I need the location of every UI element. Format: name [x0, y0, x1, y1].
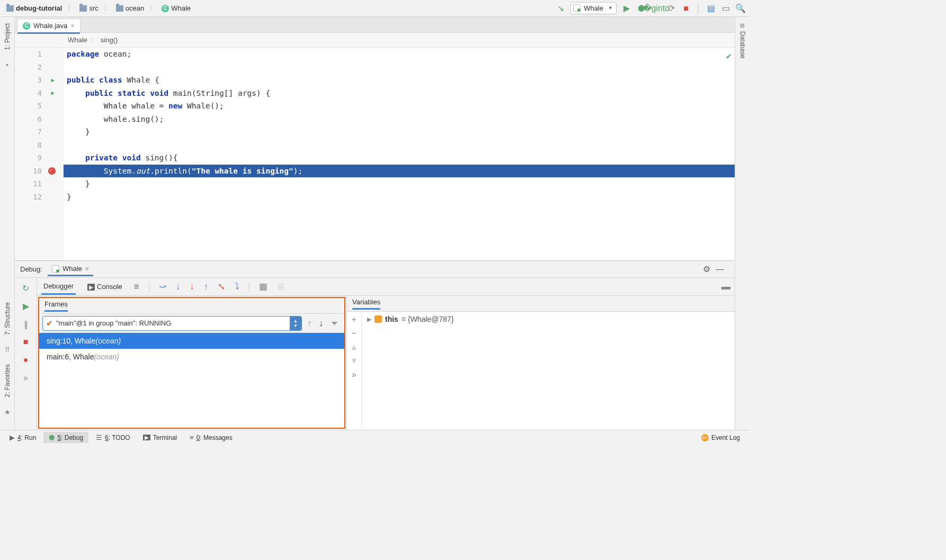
statusbar-todo[interactable]: ☰6: TODO [91, 432, 136, 443]
stepper-icon[interactable]: ▲▼ [290, 317, 301, 330]
debug-session-tab[interactable]: Whale × [48, 263, 93, 276]
resume-icon[interactable]: ▶ [20, 300, 32, 312]
debug-action-strip: ↻ ▶ ‖ ■ ● » [15, 278, 37, 430]
frames-list[interactable]: sing:10, Whale (ocean) main:6, Whale (oc… [39, 333, 344, 428]
line-number: 11 [33, 179, 42, 188]
run-config-icon [52, 265, 59, 273]
execution-line: System.out.println("The whale is singing… [64, 165, 735, 178]
search-icon[interactable]: 🔍 [736, 4, 745, 13]
sidebar-project[interactable]: 1: Project [4, 21, 11, 52]
frame-row[interactable]: sing:10, Whale (ocean) [39, 333, 344, 349]
project-icon: ▪ [6, 61, 8, 69]
crumb-method[interactable]: sing() [101, 36, 118, 44]
run-icon: ▶ [10, 433, 15, 441]
run-to-cursor-icon[interactable]: ⤵ [235, 282, 239, 292]
folder-icon [116, 5, 123, 12]
statusbar-eventlog[interactable]: 9+ Event Log [696, 432, 745, 443]
editor-gutter[interactable]: 1 2 3▶ 4▶ 5 6 7 8 9 10 11 12 [15, 48, 64, 260]
code-text: .println( [150, 167, 192, 175]
profile-icon[interactable]: ⟳ [666, 4, 676, 13]
remove-watch-icon[interactable]: − [352, 329, 356, 338]
variable-name: this [385, 315, 398, 323]
run-icon[interactable]: ▶ [622, 4, 631, 13]
down-icon[interactable]: ▼ [350, 356, 359, 366]
project-structure-icon[interactable]: ▤ [706, 4, 716, 13]
trace-icon[interactable]: ≣ [277, 281, 284, 292]
code-text: package [67, 50, 104, 58]
up-icon[interactable]: ▲ [350, 342, 359, 352]
rerun-icon[interactable]: ↻ [20, 282, 32, 294]
breadcrumb-src[interactable]: src [77, 3, 100, 13]
next-frame-icon[interactable]: ↓ [317, 319, 325, 328]
tab-debugger[interactable]: Debugger [41, 279, 76, 295]
tab-console-label: Console [97, 283, 122, 291]
view-breakpoints-icon[interactable]: ● [20, 354, 32, 366]
debug-tool-window: Debug: Whale × ⚙ — ↻ ▶ ‖ ■ ● » [15, 260, 735, 430]
threads-icon[interactable]: ≡ [134, 282, 139, 292]
line-number: 5 [38, 102, 42, 110]
breadcrumb-package[interactable]: ocean [114, 3, 146, 13]
code-text: private void [67, 153, 145, 162]
code-area[interactable]: ✔ package ocean; public class Whale { pu… [64, 48, 735, 260]
chevron-right-icon: 〉 [104, 4, 111, 13]
statusbar-debug[interactable]: ⬢5: Debug [43, 432, 88, 443]
variable-row[interactable]: ▶ this = {Whale@787} [362, 312, 735, 327]
chevron-right-icon: 〉 [149, 4, 156, 13]
file-tabs: Whale.java × [15, 17, 735, 33]
separator [698, 4, 699, 13]
build-icon[interactable]: ↘ [556, 4, 565, 13]
drop-frame-icon[interactable]: ⤡ [218, 281, 225, 292]
terminal-icon: ▶ [143, 435, 150, 440]
run-config-select[interactable]: Whale [570, 2, 617, 14]
debug-icon: ⬢ [49, 433, 55, 441]
filter-icon[interactable]: ⏷ [328, 319, 341, 328]
coverage-icon[interactable]: �ginto [652, 4, 661, 13]
statusbar-messages[interactable]: ≡0: Messages [184, 432, 238, 443]
force-step-into-icon[interactable]: ↓ [190, 282, 194, 292]
expand-icon[interactable]: ▭ [721, 4, 730, 13]
debug-session-label: Whale [63, 265, 82, 273]
frame-row[interactable]: main:6, Whale (ocean) [39, 349, 344, 365]
stop-icon[interactable]: ■ [20, 336, 32, 348]
close-icon[interactable]: × [85, 265, 90, 273]
check-icon: ✔ [46, 319, 53, 328]
breadcrumb-src-label: src [89, 4, 98, 12]
stop-icon[interactable]: ■ [681, 4, 691, 13]
structure-icon: ⠿ [5, 346, 10, 354]
more-icon[interactable]: » [352, 370, 356, 380]
statusbar-run[interactable]: ▶4: Run [4, 432, 41, 443]
code-text: public static void [67, 89, 173, 97]
breadcrumb-class[interactable]: Whale [159, 3, 193, 13]
more-icon[interactable]: » [20, 372, 32, 384]
crumb-class[interactable]: Whale [68, 36, 87, 44]
thread-select[interactable]: ✔ "main"@1 in group "main": RUNNING ▲▼ [42, 316, 302, 331]
statusbar-terminal[interactable]: ▶Terminal [138, 432, 182, 443]
sidebar-structure[interactable]: 7: Structure [4, 300, 11, 337]
breadcrumb-project[interactable]: debug-tutorial [4, 3, 64, 13]
gear-icon[interactable]: ⚙ [703, 264, 710, 274]
line-number: 1 [38, 50, 42, 58]
breakpoint-icon[interactable] [48, 167, 56, 175]
sidebar-database[interactable]: Database [739, 29, 746, 60]
pause-icon[interactable]: ‖ [20, 318, 32, 330]
minimize-icon[interactable]: — [716, 265, 724, 274]
run-line-icon[interactable]: ▶ [51, 89, 55, 96]
prev-frame-icon[interactable]: ↑ [305, 319, 314, 328]
add-watch-icon[interactable]: + [352, 315, 356, 324]
step-into-icon[interactable]: ↓ [176, 282, 181, 292]
inspection-ok-icon[interactable]: ✔ [726, 51, 731, 61]
code-editor[interactable]: 1 2 3▶ 4▶ 5 6 7 8 9 10 11 12 ✔ package o… [15, 48, 735, 260]
notification-badge-icon: 9+ [701, 434, 709, 441]
tab-console[interactable]: ▶Console [85, 279, 124, 294]
close-icon[interactable]: × [70, 22, 75, 30]
step-over-icon[interactable]: ⤻ [159, 281, 166, 292]
file-tab-whale[interactable]: Whale.java × [17, 19, 81, 33]
step-out-icon[interactable]: ↑ [204, 282, 209, 292]
frames-label: Frames [44, 300, 68, 312]
sidebar-favorites[interactable]: 2: Favorites [4, 362, 11, 400]
layout-icon[interactable]: ▬ [721, 282, 730, 292]
code-text: Whale { [127, 76, 159, 84]
expand-icon[interactable]: ▶ [367, 316, 371, 323]
evaluate-icon[interactable]: ▦ [259, 281, 267, 292]
run-line-icon[interactable]: ▶ [51, 77, 55, 84]
